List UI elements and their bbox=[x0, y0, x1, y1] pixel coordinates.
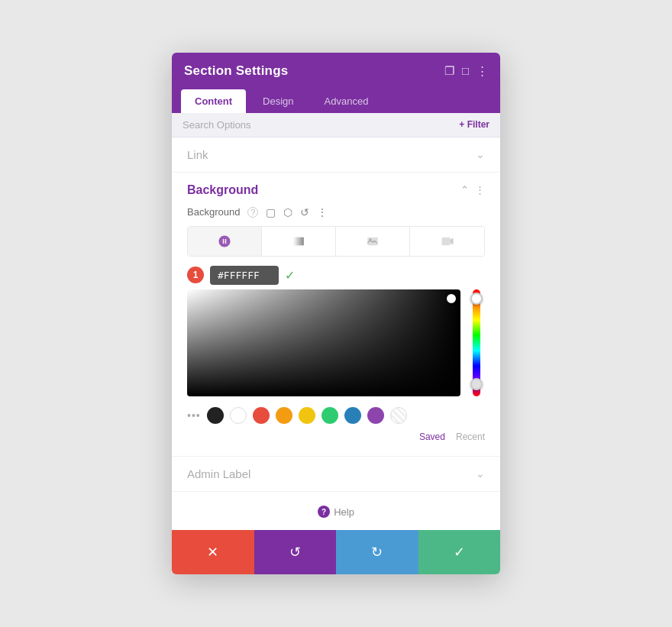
swatch-yellow[interactable] bbox=[299, 407, 315, 424]
swatch-red[interactable] bbox=[253, 407, 270, 424]
bg-section-title: Background bbox=[187, 183, 258, 197]
redo-button[interactable]: ↻ bbox=[336, 530, 418, 574]
search-bar: Search Options + Filter bbox=[172, 113, 500, 137]
admin-label: Admin Label bbox=[187, 467, 250, 480]
help-circle-icon: ? bbox=[318, 506, 330, 518]
swatch-orange[interactable] bbox=[276, 407, 292, 424]
link-chevron-icon: ⌄ bbox=[476, 148, 485, 160]
gradient-canvas-wrap bbox=[187, 289, 485, 396]
swatch-blue[interactable] bbox=[344, 407, 361, 424]
bg-type-image[interactable] bbox=[336, 227, 410, 256]
admin-chevron-icon: ⌄ bbox=[476, 467, 485, 480]
help-row: ? Help bbox=[172, 491, 500, 531]
search-placeholder[interactable]: Search Options bbox=[183, 119, 251, 131]
step-badge: 1 bbox=[187, 267, 204, 283]
section-settings-panel: Section Settings ❐ □ ⋮ Content Design Ad… bbox=[172, 53, 500, 575]
svg-rect-3 bbox=[441, 238, 450, 246]
svg-point-2 bbox=[370, 238, 372, 241]
collapse-icon[interactable]: ⌃ bbox=[460, 184, 469, 196]
hue-slider-wrap bbox=[468, 289, 485, 396]
undo-button[interactable]: ↺ bbox=[254, 530, 337, 574]
header-icons: ❐ □ ⋮ bbox=[444, 64, 488, 78]
bg-copy-icon[interactable]: ▢ bbox=[266, 206, 276, 218]
panel-title: Section Settings bbox=[184, 63, 288, 79]
panel-header: Section Settings ❐ □ ⋮ bbox=[172, 53, 500, 89]
hue-thumb-bottom bbox=[470, 378, 483, 390]
bg-cursor-icon[interactable]: ⬡ bbox=[283, 206, 292, 218]
color-gradient-field[interactable] bbox=[187, 289, 460, 396]
tab-advanced[interactable]: Advanced bbox=[311, 89, 383, 113]
saved-recent-row: Saved Recent bbox=[187, 431, 485, 442]
bg-section-icons: ⌃ ⋮ bbox=[460, 184, 485, 196]
save-button[interactable]: ✓ bbox=[418, 530, 501, 574]
swatch-white[interactable] bbox=[230, 407, 247, 424]
bg-controls-row: Background ? ▢ ⬡ ↺ ⋮ bbox=[187, 206, 485, 218]
swatch-black[interactable] bbox=[207, 407, 224, 424]
help-label: Help bbox=[334, 506, 354, 518]
hue-thumb-top bbox=[470, 292, 483, 305]
link-section-row[interactable]: Link ⌄ bbox=[172, 137, 500, 173]
swatch-green[interactable] bbox=[321, 407, 338, 424]
swatches-more-icon[interactable]: ••• bbox=[187, 409, 201, 422]
hue-slider[interactable] bbox=[473, 289, 480, 396]
content-area: Link ⌄ Background ⌃ ⋮ Background ? ▢ ⬡ ↺… bbox=[172, 137, 500, 531]
bg-type-color[interactable] bbox=[188, 227, 262, 256]
help-link[interactable]: ? Help bbox=[318, 506, 354, 518]
bg-type-tabs bbox=[187, 226, 485, 257]
bg-controls-label: Background bbox=[187, 206, 240, 218]
hex-confirm-icon[interactable]: ✓ bbox=[285, 268, 295, 283]
background-section: Background ⌃ ⋮ Background ? ▢ ⬡ ↺ ⋮ bbox=[172, 173, 500, 456]
saved-tab[interactable]: Saved bbox=[419, 431, 445, 442]
swatches-row: ••• bbox=[187, 407, 485, 424]
picker-dot bbox=[447, 294, 456, 303]
tabs-bar: Content Design Advanced bbox=[172, 89, 500, 113]
more-options-icon[interactable]: ⋮ bbox=[477, 64, 488, 78]
filter-button[interactable]: + Filter bbox=[459, 119, 489, 130]
copy-icon[interactable]: ❐ bbox=[444, 64, 454, 78]
bg-section-header: Background ⌃ ⋮ bbox=[187, 183, 485, 197]
tab-content[interactable]: Content bbox=[181, 89, 246, 113]
tab-design[interactable]: Design bbox=[249, 89, 307, 113]
bg-more-icon[interactable]: ⋮ bbox=[475, 184, 485, 196]
hex-input[interactable] bbox=[210, 266, 279, 285]
bg-type-video[interactable] bbox=[410, 227, 484, 256]
recent-tab[interactable]: Recent bbox=[456, 431, 485, 442]
swatch-transparent[interactable] bbox=[390, 407, 407, 424]
layout-icon[interactable]: □ bbox=[462, 64, 469, 77]
action-bar: ✕ ↺ ↻ ✓ bbox=[172, 530, 500, 574]
link-label: Link bbox=[187, 148, 208, 161]
swatch-purple[interactable] bbox=[367, 407, 384, 424]
bg-reset-icon[interactable]: ↺ bbox=[300, 206, 309, 218]
admin-label-row[interactable]: Admin Label ⌄ bbox=[172, 456, 500, 491]
bg-help-icon[interactable]: ? bbox=[247, 207, 258, 218]
color-hex-row: 1 ✓ bbox=[187, 266, 485, 285]
color-picker: 1 ✓ ••• bbox=[187, 266, 485, 442]
bg-kebab-icon[interactable]: ⋮ bbox=[317, 206, 328, 218]
cancel-button[interactable]: ✕ bbox=[172, 530, 254, 574]
bg-type-gradient[interactable] bbox=[262, 227, 336, 256]
